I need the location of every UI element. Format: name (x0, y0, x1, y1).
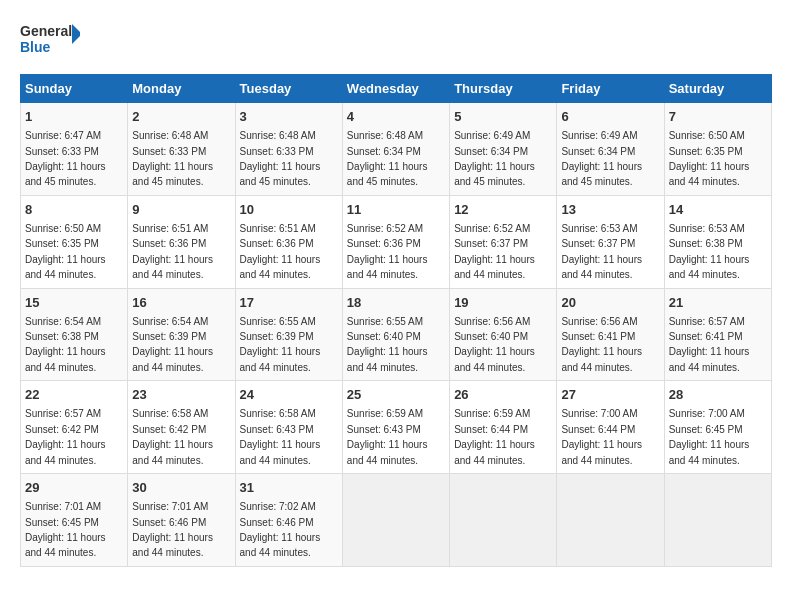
calendar-week-1: 1 Sunrise: 6:47 AMSunset: 6:33 PMDayligh… (21, 103, 772, 196)
header-monday: Monday (128, 75, 235, 103)
day-number: 22 (25, 386, 123, 404)
day-content: Sunrise: 6:51 AMSunset: 6:36 PMDaylight:… (132, 223, 213, 280)
day-content: Sunrise: 6:54 AMSunset: 6:39 PMDaylight:… (132, 316, 213, 373)
calendar-cell: 31 Sunrise: 7:02 AMSunset: 6:46 PMDaylig… (235, 474, 342, 567)
calendar-cell: 27 Sunrise: 7:00 AMSunset: 6:44 PMDaylig… (557, 381, 664, 474)
day-content: Sunrise: 6:54 AMSunset: 6:38 PMDaylight:… (25, 316, 106, 373)
calendar-cell: 16 Sunrise: 6:54 AMSunset: 6:39 PMDaylig… (128, 288, 235, 381)
calendar-cell: 12 Sunrise: 6:52 AMSunset: 6:37 PMDaylig… (450, 195, 557, 288)
day-number: 23 (132, 386, 230, 404)
calendar-cell: 7 Sunrise: 6:50 AMSunset: 6:35 PMDayligh… (664, 103, 771, 196)
day-number: 17 (240, 294, 338, 312)
calendar-cell: 6 Sunrise: 6:49 AMSunset: 6:34 PMDayligh… (557, 103, 664, 196)
header-tuesday: Tuesday (235, 75, 342, 103)
calendar-cell: 11 Sunrise: 6:52 AMSunset: 6:36 PMDaylig… (342, 195, 449, 288)
day-content: Sunrise: 7:01 AMSunset: 6:46 PMDaylight:… (132, 501, 213, 558)
calendar-cell: 1 Sunrise: 6:47 AMSunset: 6:33 PMDayligh… (21, 103, 128, 196)
day-number: 11 (347, 201, 445, 219)
calendar-cell: 9 Sunrise: 6:51 AMSunset: 6:36 PMDayligh… (128, 195, 235, 288)
day-number: 4 (347, 108, 445, 126)
logo-svg: General Blue (20, 20, 80, 58)
day-number: 13 (561, 201, 659, 219)
calendar-cell: 5 Sunrise: 6:49 AMSunset: 6:34 PMDayligh… (450, 103, 557, 196)
day-number: 10 (240, 201, 338, 219)
svg-marker-2 (72, 24, 80, 44)
calendar-week-3: 15 Sunrise: 6:54 AMSunset: 6:38 PMDaylig… (21, 288, 772, 381)
day-content: Sunrise: 6:50 AMSunset: 6:35 PMDaylight:… (669, 130, 750, 187)
calendar-cell: 3 Sunrise: 6:48 AMSunset: 6:33 PMDayligh… (235, 103, 342, 196)
logo: General Blue (20, 20, 80, 58)
day-content: Sunrise: 6:59 AMSunset: 6:44 PMDaylight:… (454, 408, 535, 465)
calendar-cell: 4 Sunrise: 6:48 AMSunset: 6:34 PMDayligh… (342, 103, 449, 196)
calendar-cell: 28 Sunrise: 7:00 AMSunset: 6:45 PMDaylig… (664, 381, 771, 474)
day-number: 30 (132, 479, 230, 497)
header-thursday: Thursday (450, 75, 557, 103)
day-content: Sunrise: 6:49 AMSunset: 6:34 PMDaylight:… (561, 130, 642, 187)
calendar-cell: 23 Sunrise: 6:58 AMSunset: 6:42 PMDaylig… (128, 381, 235, 474)
calendar-cell: 30 Sunrise: 7:01 AMSunset: 6:46 PMDaylig… (128, 474, 235, 567)
day-number: 24 (240, 386, 338, 404)
day-number: 31 (240, 479, 338, 497)
day-content: Sunrise: 6:58 AMSunset: 6:43 PMDaylight:… (240, 408, 321, 465)
day-content: Sunrise: 6:55 AMSunset: 6:40 PMDaylight:… (347, 316, 428, 373)
day-content: Sunrise: 7:00 AMSunset: 6:45 PMDaylight:… (669, 408, 750, 465)
calendar-cell: 21 Sunrise: 6:57 AMSunset: 6:41 PMDaylig… (664, 288, 771, 381)
calendar-cell: 14 Sunrise: 6:53 AMSunset: 6:38 PMDaylig… (664, 195, 771, 288)
calendar-cell: 15 Sunrise: 6:54 AMSunset: 6:38 PMDaylig… (21, 288, 128, 381)
calendar-cell: 29 Sunrise: 7:01 AMSunset: 6:45 PMDaylig… (21, 474, 128, 567)
day-number: 27 (561, 386, 659, 404)
day-number: 9 (132, 201, 230, 219)
day-number: 25 (347, 386, 445, 404)
calendar-cell: 25 Sunrise: 6:59 AMSunset: 6:43 PMDaylig… (342, 381, 449, 474)
calendar-cell: 2 Sunrise: 6:48 AMSunset: 6:33 PMDayligh… (128, 103, 235, 196)
day-content: Sunrise: 6:57 AMSunset: 6:42 PMDaylight:… (25, 408, 106, 465)
day-content: Sunrise: 6:53 AMSunset: 6:38 PMDaylight:… (669, 223, 750, 280)
day-number: 2 (132, 108, 230, 126)
calendar-cell: 26 Sunrise: 6:59 AMSunset: 6:44 PMDaylig… (450, 381, 557, 474)
header-wednesday: Wednesday (342, 75, 449, 103)
page-header: General Blue (20, 20, 772, 58)
day-content: Sunrise: 6:48 AMSunset: 6:34 PMDaylight:… (347, 130, 428, 187)
day-number: 28 (669, 386, 767, 404)
day-content: Sunrise: 7:00 AMSunset: 6:44 PMDaylight:… (561, 408, 642, 465)
calendar-cell (342, 474, 449, 567)
day-number: 26 (454, 386, 552, 404)
day-content: Sunrise: 6:50 AMSunset: 6:35 PMDaylight:… (25, 223, 106, 280)
day-number: 19 (454, 294, 552, 312)
day-number: 5 (454, 108, 552, 126)
header-friday: Friday (557, 75, 664, 103)
calendar-cell (450, 474, 557, 567)
day-number: 8 (25, 201, 123, 219)
day-content: Sunrise: 7:02 AMSunset: 6:46 PMDaylight:… (240, 501, 321, 558)
day-content: Sunrise: 6:49 AMSunset: 6:34 PMDaylight:… (454, 130, 535, 187)
day-number: 16 (132, 294, 230, 312)
day-number: 12 (454, 201, 552, 219)
calendar-cell: 13 Sunrise: 6:53 AMSunset: 6:37 PMDaylig… (557, 195, 664, 288)
svg-text:Blue: Blue (20, 39, 51, 55)
calendar-week-4: 22 Sunrise: 6:57 AMSunset: 6:42 PMDaylig… (21, 381, 772, 474)
day-number: 29 (25, 479, 123, 497)
day-content: Sunrise: 6:53 AMSunset: 6:37 PMDaylight:… (561, 223, 642, 280)
calendar-week-2: 8 Sunrise: 6:50 AMSunset: 6:35 PMDayligh… (21, 195, 772, 288)
day-content: Sunrise: 6:57 AMSunset: 6:41 PMDaylight:… (669, 316, 750, 373)
day-content: Sunrise: 6:52 AMSunset: 6:36 PMDaylight:… (347, 223, 428, 280)
calendar-cell (664, 474, 771, 567)
day-content: Sunrise: 6:52 AMSunset: 6:37 PMDaylight:… (454, 223, 535, 280)
day-number: 18 (347, 294, 445, 312)
day-content: Sunrise: 6:48 AMSunset: 6:33 PMDaylight:… (240, 130, 321, 187)
calendar-cell: 22 Sunrise: 6:57 AMSunset: 6:42 PMDaylig… (21, 381, 128, 474)
day-number: 6 (561, 108, 659, 126)
day-number: 20 (561, 294, 659, 312)
day-number: 15 (25, 294, 123, 312)
day-content: Sunrise: 6:59 AMSunset: 6:43 PMDaylight:… (347, 408, 428, 465)
calendar-cell: 20 Sunrise: 6:56 AMSunset: 6:41 PMDaylig… (557, 288, 664, 381)
day-number: 7 (669, 108, 767, 126)
day-number: 14 (669, 201, 767, 219)
day-content: Sunrise: 6:51 AMSunset: 6:36 PMDaylight:… (240, 223, 321, 280)
calendar-week-5: 29 Sunrise: 7:01 AMSunset: 6:45 PMDaylig… (21, 474, 772, 567)
day-content: Sunrise: 6:48 AMSunset: 6:33 PMDaylight:… (132, 130, 213, 187)
day-content: Sunrise: 6:55 AMSunset: 6:39 PMDaylight:… (240, 316, 321, 373)
day-number: 21 (669, 294, 767, 312)
calendar-cell: 17 Sunrise: 6:55 AMSunset: 6:39 PMDaylig… (235, 288, 342, 381)
svg-text:General: General (20, 23, 72, 39)
